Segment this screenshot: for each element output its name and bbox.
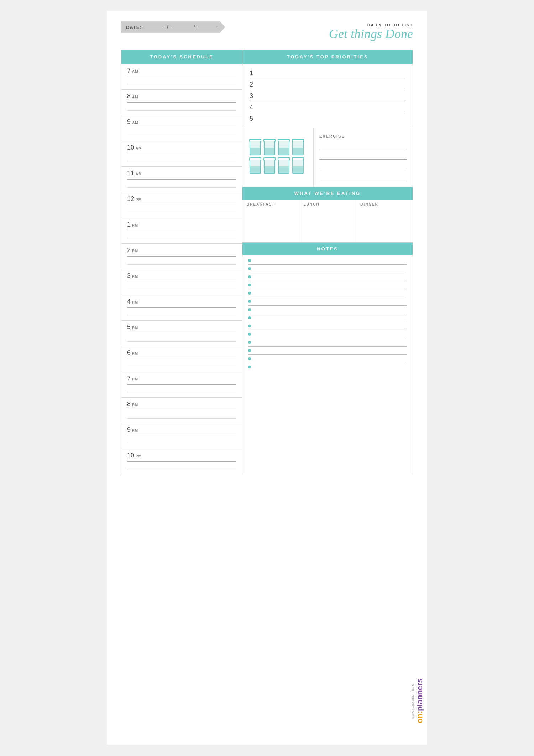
eating-section: WHAT WE'RE EATING BREAKFAST LUNCH DINNER	[242, 187, 413, 243]
time-hour: 8	[127, 400, 131, 408]
time-hour: 9	[127, 426, 131, 434]
time-slot-4pm: 4 PM	[121, 295, 242, 321]
bullet-icon	[248, 333, 251, 336]
branding-downloaded-label: DOWNLOADED FROM	[411, 683, 414, 719]
note-line	[248, 347, 407, 355]
priority-row-3: 3	[250, 90, 405, 102]
bullet-icon	[248, 259, 251, 262]
date-line-1	[145, 27, 164, 27]
lunch-label: LUNCH	[304, 202, 352, 206]
note-line	[248, 265, 407, 273]
time-slot-8am: 8 AM	[121, 90, 242, 115]
exercise-label: EXERCISE	[319, 134, 407, 138]
meal-breakfast: BREAKFAST	[242, 200, 299, 242]
bullet-icon	[248, 292, 251, 295]
glass-6	[264, 160, 275, 174]
time-suffix: PM	[136, 454, 142, 458]
water-exercise-section: EXERCISE	[242, 128, 413, 187]
time-hour: 8	[127, 93, 131, 100]
bullet-icon	[248, 366, 251, 368]
time-slot-8pm: 8 PM	[121, 398, 242, 423]
time-slot-10am: 10 AM	[121, 141, 242, 167]
time-suffix: PM	[132, 326, 138, 330]
time-hour: 10	[127, 452, 134, 459]
exercise-section: EXERCISE	[314, 128, 413, 187]
glass-4	[292, 141, 304, 155]
time-slot-7pm: 7 PM	[121, 372, 242, 398]
note-line	[248, 273, 407, 281]
meal-dinner: DINNER	[356, 200, 413, 242]
time-suffix: PM	[132, 249, 138, 253]
time-slot-11am: 11 AM	[121, 167, 242, 192]
time-hour: 9	[127, 118, 131, 126]
time-hour: 7	[127, 67, 131, 74]
time-hour: 2	[127, 247, 131, 254]
time-suffix: AM	[136, 172, 142, 176]
meal-lunch: LUNCH	[299, 200, 356, 242]
main-grid: TODAY'S SCHEDULE 7 AM 8 AM 9	[121, 50, 413, 475]
bullet-icon	[248, 267, 251, 270]
water-section	[242, 128, 314, 187]
dinner-label: DINNER	[360, 202, 408, 206]
time-hour: 6	[127, 349, 131, 357]
priorities-section: 1 2 3 4 5	[242, 64, 413, 128]
exercise-line-3	[319, 163, 407, 170]
time-slot-5pm: 5 PM	[121, 321, 242, 346]
date-line-3	[198, 27, 218, 27]
time-slot-7am: 7 AM	[121, 64, 242, 90]
branding-on-label: on:	[415, 711, 424, 723]
priority-row-4: 4	[250, 102, 405, 113]
priority-num-3: 3	[250, 92, 256, 100]
time-hour: 4	[127, 298, 131, 305]
exercise-line-1	[319, 142, 407, 149]
note-line	[248, 306, 407, 314]
time-suffix: PM	[132, 300, 138, 304]
bullet-icon	[248, 300, 251, 303]
time-hour: 7	[127, 375, 131, 382]
exercise-lines	[319, 142, 407, 181]
date-label: DATE:	[126, 25, 142, 30]
tagline: Get things Done	[329, 27, 413, 41]
glass-1	[250, 141, 261, 155]
bullet-icon	[248, 349, 251, 352]
glass-5	[250, 160, 261, 174]
bullet-icon	[248, 325, 251, 327]
notes-header: NOTES	[242, 243, 413, 255]
time-hour: 12	[127, 195, 134, 203]
time-suffix: PM	[132, 377, 138, 381]
page: DATE: / / DAILY TO DO LIST Get things Do…	[107, 11, 427, 745]
note-line	[248, 257, 407, 265]
bullet-icon	[248, 275, 251, 278]
time-suffix: PM	[136, 198, 142, 202]
priority-row-5: 5	[250, 113, 405, 124]
breakfast-label: BREAKFAST	[247, 202, 295, 206]
note-line	[248, 297, 407, 306]
time-slot-6pm: 6 PM	[121, 346, 242, 372]
water-row-2	[250, 160, 304, 174]
branding-planners-label: planners	[415, 678, 424, 711]
bullet-icon	[248, 341, 251, 344]
time-suffix: PM	[132, 429, 138, 433]
note-line	[248, 281, 407, 289]
time-suffix: AM	[136, 146, 142, 150]
time-hour: 3	[127, 272, 131, 280]
note-line	[248, 338, 407, 347]
priority-row-2: 2	[250, 79, 405, 90]
exercise-line-2	[319, 152, 407, 160]
meal-cols: BREAKFAST LUNCH DINNER	[242, 200, 413, 242]
note-line	[248, 330, 407, 338]
time-suffix: AM	[132, 95, 138, 99]
note-line	[248, 289, 407, 297]
time-suffix: AM	[132, 69, 138, 73]
time-suffix: AM	[132, 121, 138, 125]
time-hour: 1	[127, 221, 131, 228]
glass-7	[278, 160, 289, 174]
time-slot-3pm: 3 PM	[121, 269, 242, 295]
glass-8	[292, 160, 304, 174]
time-slot-1pm: 1 PM	[121, 218, 242, 244]
glass-2	[264, 141, 275, 155]
date-line-2	[171, 27, 191, 27]
right-column: TODAY'S TOP PRIORITIES 1 2 3 4	[242, 50, 413, 475]
priorities-header: TODAY'S TOP PRIORITIES	[242, 50, 413, 64]
time-hour: 10	[127, 144, 134, 151]
